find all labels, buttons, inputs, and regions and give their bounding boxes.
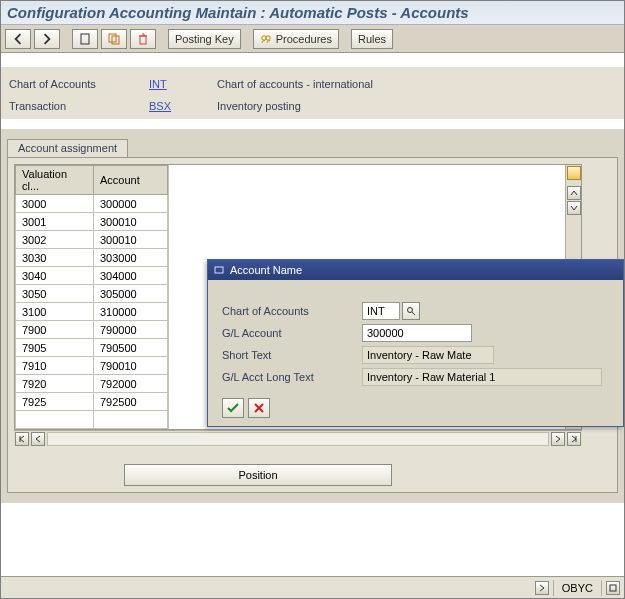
transaction-value[interactable]: BSX [149, 100, 209, 112]
svg-point-7 [408, 308, 413, 313]
dialog-sys-icon [214, 265, 224, 275]
dlg-gl-label: G/L Account [222, 327, 362, 339]
svg-rect-0 [81, 34, 89, 44]
svg-rect-3 [140, 36, 146, 44]
table-row[interactable]: 3100310000 [16, 303, 168, 321]
app-window: Configuration Accounting Maintain : Auto… [0, 0, 625, 599]
header-area: Chart of Accounts INT Chart of accounts … [1, 67, 624, 119]
coa-label: Chart of Accounts [9, 78, 149, 90]
dialog-title-bar[interactable]: Account Name [208, 260, 623, 280]
table-row[interactable]: 7905790500 [16, 339, 168, 357]
table-row[interactable]: 3050305000 [16, 285, 168, 303]
coa-desc: Chart of accounts - international [217, 78, 373, 90]
copy-button[interactable] [101, 29, 127, 49]
table-row[interactable]: 7925792500 [16, 393, 168, 411]
svg-rect-6 [215, 267, 223, 273]
assignment-table: Valuation cl... Account 3000300000 30013… [15, 165, 168, 429]
svg-rect-8 [610, 585, 616, 591]
hscroll-track[interactable] [47, 432, 549, 446]
dlg-long-label: G/L Acct Long Text [222, 371, 362, 383]
hscroll-left-button[interactable] [31, 432, 45, 446]
window-title: Configuration Accounting Maintain : Auto… [1, 1, 624, 25]
account-name-dialog: Account Name Chart of Accounts G/L Accou… [207, 259, 624, 427]
table-row[interactable]: 7900790000 [16, 321, 168, 339]
new-entries-button[interactable] [72, 29, 98, 49]
coa-value[interactable]: INT [149, 78, 209, 90]
transaction-desc: Inventory posting [217, 100, 301, 112]
col-account[interactable]: Account [94, 166, 168, 195]
posting-key-button[interactable]: Posting Key [168, 29, 241, 49]
dlg-coa-label: Chart of Accounts [222, 305, 362, 317]
table-row[interactable]: 3030303000 [16, 249, 168, 267]
matchcode-button[interactable] [402, 302, 420, 320]
table-row[interactable]: 3040304000 [16, 267, 168, 285]
configure-columns-icon[interactable] [567, 166, 581, 180]
status-menu-icon[interactable] [606, 581, 620, 595]
dlg-gl-value: 300000 [362, 324, 472, 342]
col-valuation[interactable]: Valuation cl... [16, 166, 94, 195]
table-row[interactable]: 3001300010 [16, 213, 168, 231]
ok-button[interactable] [222, 398, 244, 418]
rules-label: Rules [358, 33, 386, 45]
hscroll-first-button[interactable] [15, 432, 29, 446]
hscroll-last-button[interactable] [567, 432, 581, 446]
table-row[interactable]: 7910790010 [16, 357, 168, 375]
dlg-short-value: Inventory - Raw Mate [362, 346, 494, 364]
nav-forward-button[interactable] [34, 29, 60, 49]
status-bar: OBYC [1, 576, 624, 598]
table-row[interactable] [16, 411, 168, 429]
position-button[interactable]: Position [124, 464, 392, 486]
procedures-icon [260, 33, 272, 45]
delete-button[interactable] [130, 29, 156, 49]
cancel-button[interactable] [248, 398, 270, 418]
scroll-down-button[interactable] [567, 201, 581, 215]
rules-button[interactable]: Rules [351, 29, 393, 49]
status-tcode: OBYC [558, 582, 597, 594]
procedures-button[interactable]: Procedures [253, 29, 339, 49]
status-nav-icon[interactable] [535, 581, 549, 595]
transaction-label: Transaction [9, 100, 149, 112]
posting-key-label: Posting Key [175, 33, 234, 45]
table-row[interactable]: 7920792000 [16, 375, 168, 393]
toolbar: Posting Key Procedures Rules [1, 25, 624, 53]
dlg-short-label: Short Text [222, 349, 362, 361]
scroll-up-button[interactable] [567, 186, 581, 200]
dlg-long-value: Inventory - Raw Material 1 [362, 368, 602, 386]
dlg-coa-input[interactable] [362, 302, 400, 320]
table-row[interactable]: 3000300000 [16, 195, 168, 213]
nav-back-button[interactable] [5, 29, 31, 49]
table-row[interactable]: 3002300010 [16, 231, 168, 249]
dialog-title-text: Account Name [230, 264, 302, 276]
tab-account-assignment[interactable]: Account assignment [7, 139, 128, 157]
hscroll-right-button[interactable] [551, 432, 565, 446]
procedures-label: Procedures [276, 33, 332, 45]
